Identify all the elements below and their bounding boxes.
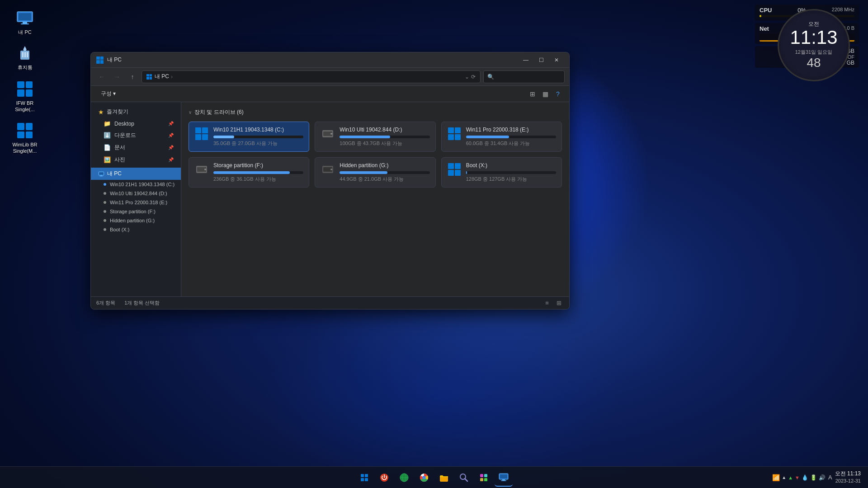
minimize-button[interactable]: — [519, 55, 533, 66]
sidebar-drive-x[interactable]: Boot (X:) [91, 225, 181, 234]
address-bar[interactable]: 내 PC › ⌄ ⟳ [142, 70, 481, 83]
svg-point-31 [423, 476, 426, 479]
svg-line-34 [465, 479, 467, 481]
network-icon: 📶 [772, 474, 780, 481]
layout-button[interactable]: ▦ [539, 88, 551, 100]
drive-card-g[interactable]: Hidden partition (G:) 44.9GB 중 21.0GB 사용… [315, 157, 435, 188]
drive-card-e[interactable]: Win11 Pro 22000.318 (E:) 60.0GB 중 31.4GB… [441, 122, 562, 152]
drive-bar-fill-x [466, 171, 467, 174]
main-panel: 장치 및 드라이브 (6) Win10 21H1 19043.1348 [181, 102, 569, 296]
taskbar: 📶 ▲ ▲ ▼ 💧 🔋 🔊 A 오전 11:13 2023-12-31 [0, 466, 868, 488]
files-button[interactable] [435, 469, 453, 487]
drive-card-x[interactable]: Boot (X:) 128GB 중 127GB 사용 가능 [441, 157, 562, 188]
sidebar-item-desktop[interactable]: 📁 Desktop 📌 [91, 118, 181, 129]
mypc-icon [16, 9, 34, 27]
section-header-text: 장치 및 드라이브 (6) [194, 108, 244, 116]
svg-rect-3 [21, 23, 29, 24]
svg-rect-38 [484, 478, 487, 481]
drive-dot-x [104, 228, 106, 231]
sort-view-button[interactable]: ⊞ [527, 88, 538, 100]
address-refresh[interactable]: ⟳ [471, 74, 476, 80]
sidebar-drive-g-label: Hidden partition (G:) [110, 218, 155, 223]
help-button[interactable]: ? [552, 88, 564, 100]
sidebar-drive-g[interactable]: Hidden partition (G:) [91, 216, 181, 225]
drive-bar-fill-f [213, 171, 290, 174]
drive-bar-fill-e [466, 136, 509, 138]
drive-name-x: Boot (X:) [466, 162, 556, 169]
list-view-button[interactable]: ≡ [542, 299, 552, 308]
search-app-button[interactable] [455, 469, 473, 487]
drive-bar-bg-e [466, 136, 556, 138]
explorer-taskbar-button[interactable] [495, 469, 513, 487]
drive-dot-c [104, 183, 106, 186]
drives-grid: Win10 21H1 19043.1348 (C:) 35.0GB 중 27.0… [189, 122, 562, 188]
desktop-icon-wimlib[interactable]: WimLib BR Single(M... [9, 122, 41, 155]
sidebar-item-pictures[interactable]: 🖼️ 사진 📌 [91, 154, 181, 166]
desktop-icon-mypc[interactable]: 내 PC [9, 9, 41, 35]
sidebar-desktop-label: Desktop [114, 121, 134, 127]
drive-name-e: Win11 Pro 22000.318 (E:) [466, 127, 556, 133]
taskbar-date-text: 2023-12-31 [835, 478, 861, 484]
sidebar-drive-d[interactable]: Win10 Ulti 19042.844 (D:) [91, 189, 181, 198]
drive-size-x: 128GB 중 127GB 사용 가능 [466, 176, 556, 183]
status-bar: 6개 항목 1개 항목 선택함 ≡ ⊞ [91, 296, 569, 309]
desktop-icon-recycle[interactable]: 휴지통 [9, 44, 41, 70]
clock-time: 11:13 [790, 28, 837, 47]
sidebar-drive-c-label: Win10 21H1 19043.1348 (C:) [110, 182, 175, 187]
apps-button[interactable] [475, 469, 493, 487]
taskbar-system-icons: 📶 ▲ ▲ ▼ 💧 🔋 🔊 A [772, 474, 832, 481]
sidebar-item-downloads[interactable]: ⬇️ 다운로드 📌 [91, 129, 181, 141]
mypc-label: 내 PC [18, 29, 31, 35]
svg-rect-9 [27, 52, 28, 57]
sidebar-pictures-label: 사진 [114, 156, 125, 164]
drive-card-c[interactable]: Win10 21H1 19043.1348 (C:) 35.0GB 중 27.0… [189, 122, 309, 152]
sidebar-drive-c[interactable]: Win10 21H1 19043.1348 (C:) [91, 180, 181, 189]
sidebar-item-documents[interactable]: 📄 문서 📌 [91, 141, 181, 154]
drive-dot-d [104, 192, 106, 195]
back-button[interactable]: ← [95, 70, 108, 83]
system-widgets: CPU 0% 2208 MHz Net 0 d 0h 16m In: 0.0 B… [755, 5, 859, 68]
sidebar-drive-e[interactable]: Win11 Pro 22000.318 (E:) [91, 198, 181, 207]
view-controls: ⊞ ▦ ? [527, 88, 564, 100]
address-dropdown[interactable]: ⌄ [465, 74, 469, 80]
search-box[interactable]: 🔍 [483, 70, 565, 83]
svg-rect-11 [99, 172, 104, 175]
forward-button[interactable]: → [111, 70, 123, 83]
close-button[interactable]: ✕ [549, 55, 564, 66]
drive-bar-bg-c [213, 136, 303, 138]
drive-bar-fill-d [340, 136, 390, 138]
taskbar-time-text: 오전 11:13 [835, 470, 861, 478]
grid-view-button[interactable]: ⊞ [554, 299, 564, 308]
desktop-icon-ifw[interactable]: IFW BR Single(... [9, 80, 41, 113]
svg-rect-40 [500, 474, 507, 479]
drive-icon-g [321, 162, 335, 177]
address-sep: › [171, 74, 173, 80]
sidebar-downloads-label: 다운로드 [114, 131, 136, 139]
up-button[interactable]: ↑ [126, 70, 139, 83]
sidebar-favorites-header[interactable]: ★ 즐겨찾기 [91, 106, 181, 118]
maximize-button[interactable]: ☐ [534, 55, 548, 66]
chrome-button[interactable] [415, 469, 433, 487]
sidebar-drive-f[interactable]: Storage partition (F:) [91, 207, 181, 216]
pin-icon-downloads: 📌 [168, 133, 174, 138]
drive-dot-e [104, 201, 106, 204]
organize-button[interactable]: 구성 ▾ [96, 88, 120, 100]
drive-card-f[interactable]: Storage partition (F:) 236GB 중 36.1GB 사용… [189, 157, 309, 188]
power-button[interactable] [375, 469, 393, 487]
address-controls: ⌄ ⟳ [465, 74, 476, 80]
maps-button[interactable] [395, 469, 413, 487]
clock-date: 12월31일 일요일 [795, 49, 833, 56]
address-path: 내 PC › [155, 73, 173, 80]
explorer-title-bar: 내 PC — ☐ ✕ [91, 52, 569, 68]
sidebar-mypc-item[interactable]: 내 PC [91, 168, 181, 180]
svg-point-22 [330, 169, 332, 170]
taskbar-time-date: 오전 11:13 2023-12-31 [835, 470, 861, 484]
drive-bar-bg-x [466, 171, 556, 174]
pin-icon-pictures: 📌 [168, 157, 174, 162]
drive-size-d: 100GB 중 43.7GB 사용 가능 [340, 140, 429, 147]
search-icon: 🔍 [487, 74, 494, 80]
start-button[interactable] [355, 469, 373, 487]
speaker-icon: 🔊 [819, 474, 826, 481]
drive-card-d[interactable]: Win10 Ulti 19042.844 (D:) 100GB 중 43.7GB… [315, 122, 435, 152]
address-mypc: 내 PC [155, 73, 169, 80]
